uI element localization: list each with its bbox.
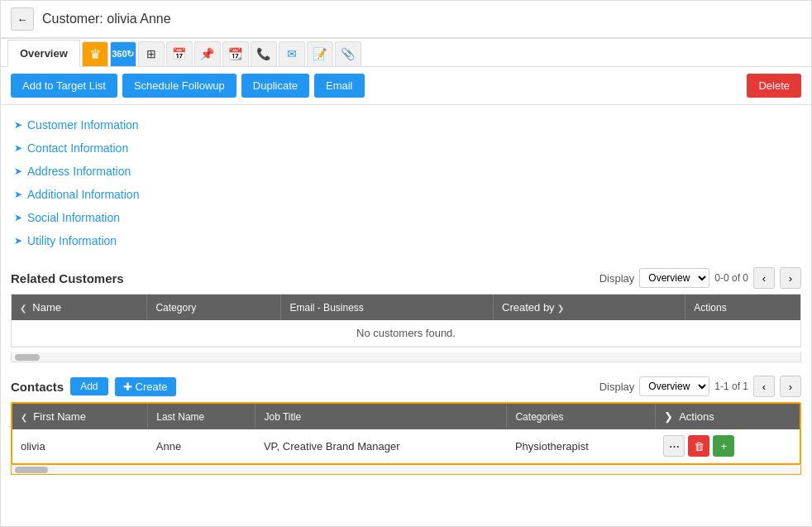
contacts-col-firstname-header[interactable]: ❮ First Name bbox=[12, 404, 148, 429]
chevron-address-icon: ➤ bbox=[14, 165, 22, 177]
related-customers-table: ❮ Name Category Email - Business Created… bbox=[11, 294, 801, 347]
contacts-table-wrapper: ❮ First Name Last Name Job Title Categor… bbox=[11, 402, 801, 465]
contacts-section: Contacts Add ✚ Create Display Overview 1… bbox=[1, 369, 811, 481]
chevron-customer-icon: ➤ bbox=[14, 119, 22, 131]
contacts-col-jobtitle-header: Job Title bbox=[256, 404, 507, 429]
col-name-header[interactable]: ❮ Name bbox=[12, 295, 147, 320]
chevron-social-icon: ➤ bbox=[14, 212, 22, 223]
contact-actions-cell: ⋯ 🗑 + bbox=[655, 429, 800, 463]
section-contact[interactable]: ➤ Contact Information bbox=[11, 137, 801, 160]
calendar-icon: 📅 bbox=[172, 47, 186, 60]
attach-icon: 📎 bbox=[341, 47, 355, 60]
section-utility-label: Utility Information bbox=[27, 234, 117, 247]
section-address-label: Address Information bbox=[27, 165, 131, 178]
section-address[interactable]: ➤ Address Information bbox=[11, 160, 801, 183]
contacts-col-categories-header: Categories bbox=[507, 404, 655, 429]
duplicate-button[interactable]: Duplicate bbox=[241, 74, 309, 98]
sort-firstname-icon: ❮ bbox=[21, 413, 27, 422]
chevron-utility-icon: ➤ bbox=[14, 235, 22, 247]
related-scrollbar[interactable] bbox=[11, 352, 801, 362]
tab-attach[interactable]: 📎 bbox=[335, 41, 361, 66]
related-prev-button[interactable]: ‹ bbox=[753, 267, 775, 289]
contacts-next-button[interactable]: › bbox=[780, 376, 801, 397]
related-scroll-thumb bbox=[15, 354, 40, 361]
email-button[interactable]: Email bbox=[314, 74, 365, 98]
section-social-label: Social Information bbox=[27, 211, 120, 224]
tab-overview[interactable]: Overview bbox=[7, 40, 80, 67]
contacts-table: ❮ First Name Last Name Job Title Categor… bbox=[12, 404, 800, 463]
col-category-header: Category bbox=[147, 295, 281, 320]
contacts-col-lastname-header: Last Name bbox=[148, 404, 256, 429]
contact-add-button[interactable]: + bbox=[713, 435, 734, 457]
contacts-add-button[interactable]: Add bbox=[70, 377, 107, 395]
contacts-col-actions-header: ❯ Actions bbox=[655, 404, 800, 429]
sections-panel: ➤ Customer Information ➤ Contact Informa… bbox=[1, 105, 811, 261]
section-utility[interactable]: ➤ Utility Information bbox=[11, 229, 801, 252]
tab-pin[interactable]: 📌 bbox=[194, 41, 221, 66]
tab-table[interactable]: ⊞ bbox=[138, 41, 165, 66]
contact-more-button[interactable]: ⋯ bbox=[663, 435, 685, 457]
related-customers-title: Related Customers bbox=[11, 271, 599, 285]
contacts-count: 1-1 of 1 bbox=[714, 381, 748, 392]
tabs-bar: Overview ♛ 360↻ ⊞ 📅 📌 📆 📞 ✉ 📝 📎 bbox=[1, 39, 811, 67]
related-customers-section: Related Customers Display Overview 0-0 o… bbox=[1, 261, 811, 369]
page-title: Customer: olivia Anne bbox=[42, 12, 171, 26]
create-plus-icon: ✚ bbox=[123, 381, 132, 393]
sort-name-icon: ❮ bbox=[20, 304, 26, 313]
schedule-followup-button[interactable]: Schedule Followup bbox=[122, 74, 236, 98]
phone-icon: 📞 bbox=[256, 47, 270, 60]
section-social[interactable]: ➤ Social Information bbox=[11, 206, 801, 229]
pin-icon: 📌 bbox=[200, 47, 214, 60]
related-display-select[interactable]: Overview bbox=[639, 268, 709, 288]
sort-created-icon: ❯ bbox=[557, 304, 564, 313]
tab-email[interactable]: ✉ bbox=[279, 41, 305, 66]
tab-calendar2[interactable]: 📆 bbox=[222, 41, 249, 66]
section-contact-label: Contact Information bbox=[27, 141, 128, 155]
contacts-display-select[interactable]: Overview bbox=[639, 376, 709, 396]
contacts-title: Contacts bbox=[11, 380, 64, 394]
contacts-header: Contacts Add ✚ Create Display Overview 1… bbox=[11, 376, 801, 397]
delete-button[interactable]: Delete bbox=[747, 74, 801, 98]
chevron-additional-icon: ➤ bbox=[14, 189, 22, 200]
notes-icon: 📝 bbox=[313, 47, 327, 60]
section-additional-label: Additional Information bbox=[27, 188, 139, 201]
col-email-header: Email - Business bbox=[281, 295, 494, 320]
contact-firstname: olivia bbox=[12, 429, 148, 463]
contact-row: olivia Anne VP, Creative Brand Manager P… bbox=[12, 429, 800, 463]
contacts-prev-button[interactable]: ‹ bbox=[753, 376, 775, 397]
contacts-create-button[interactable]: ✚ Create bbox=[115, 377, 176, 396]
chevron-contact-icon: ➤ bbox=[14, 142, 22, 154]
section-additional[interactable]: ➤ Additional Information bbox=[11, 183, 801, 206]
related-empty-message: No customers found. bbox=[12, 320, 800, 347]
section-customer-label: Customer Information bbox=[27, 118, 139, 132]
related-display-controls: Display Overview 0-0 of 0 ‹ › bbox=[599, 267, 801, 289]
back-button[interactable]: ← bbox=[11, 7, 34, 31]
tab-phone[interactable]: 📞 bbox=[251, 41, 277, 66]
add-to-target-list-button[interactable]: Add to Target List bbox=[11, 74, 117, 98]
email-icon: ✉ bbox=[287, 47, 297, 60]
related-next-button[interactable]: › bbox=[780, 267, 801, 289]
actions-chevron-icon: ❯ bbox=[664, 410, 673, 423]
contacts-scrollbar[interactable] bbox=[11, 465, 801, 475]
tab-notes[interactable]: 📝 bbox=[307, 41, 333, 66]
related-empty-row: No customers found. bbox=[12, 320, 800, 347]
col-created-header[interactable]: Created by ❯ bbox=[494, 295, 685, 320]
contacts-display-label: Display bbox=[599, 381, 635, 393]
contact-categories: Physiotherapist bbox=[507, 429, 655, 463]
contact-lastname: Anne bbox=[148, 429, 256, 463]
tab-calendar1[interactable]: 📅 bbox=[166, 41, 193, 66]
contact-delete-button[interactable]: 🗑 bbox=[688, 435, 709, 457]
crown-icon: ♛ bbox=[89, 46, 101, 62]
action-bar: Add to Target List Schedule Followup Dup… bbox=[1, 67, 811, 105]
col-actions-header: Actions bbox=[685, 295, 800, 320]
tab-crown[interactable]: ♛ bbox=[82, 41, 108, 66]
back-icon: ← bbox=[17, 13, 28, 26]
contacts-scroll-thumb bbox=[15, 467, 48, 473]
related-count: 0-0 of 0 bbox=[714, 272, 748, 284]
tab-360[interactable]: 360↻ bbox=[110, 41, 136, 66]
table-icon: ⊞ bbox=[146, 47, 156, 60]
related-display-label: Display bbox=[599, 272, 635, 285]
section-customer[interactable]: ➤ Customer Information bbox=[11, 113, 801, 137]
360-icon: 360↻ bbox=[112, 49, 134, 60]
contact-jobtitle: VP, Creative Brand Manager bbox=[256, 429, 507, 463]
